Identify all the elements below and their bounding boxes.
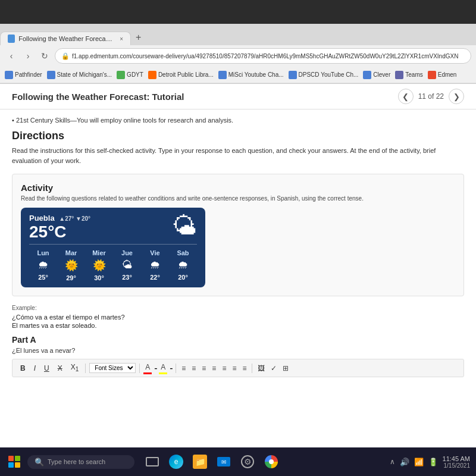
active-tab[interactable]: Following the Weather Forecast: Tutorial…	[0, 32, 131, 45]
bookmark-gdyt[interactable]: GDYT	[117, 71, 143, 79]
taskbar: 🔍 Type here to search e 📁 ✉ ⚙ ∧ 🔊 📶 🔋	[0, 447, 476, 476]
strikethrough-button[interactable]: X	[55, 363, 65, 374]
back-button[interactable]: ‹	[5, 49, 18, 62]
prev-page-button[interactable]: ❮	[398, 89, 414, 104]
mail-button[interactable]: ✉	[215, 453, 232, 470]
table-button[interactable]: ⊞	[281, 363, 290, 374]
highlight-button[interactable]: A	[159, 362, 167, 374]
lock-icon: 🔒	[61, 52, 70, 60]
edmen-favicon	[428, 71, 436, 79]
numbered-list-button[interactable]: ≡	[190, 363, 198, 374]
clock-time: 11:45 AM	[443, 455, 470, 462]
align-right-button[interactable]: ≡	[230, 363, 238, 374]
wifi-icon[interactable]: 📶	[414, 458, 424, 466]
system-tray-expand[interactable]: ∧	[390, 458, 395, 466]
indent-button[interactable]: ≡	[200, 363, 208, 374]
example-question: ¿Cómo va a estar el tiempo el martes?	[12, 314, 464, 321]
align-left-button[interactable]: ≡	[210, 363, 218, 374]
battery-icon[interactable]: 🔋	[428, 458, 438, 466]
tab-close-button[interactable]: ×	[120, 36, 123, 42]
task-view-button[interactable]	[144, 453, 161, 470]
bullet-list-button[interactable]: ≡	[180, 363, 187, 374]
next-page-button[interactable]: ❯	[449, 89, 464, 104]
day-lun-icon: 🌧	[38, 259, 49, 271]
day-mier-temp: 30°	[94, 274, 104, 281]
dpscd-favicon	[289, 71, 297, 79]
new-tab-button[interactable]: +	[131, 30, 146, 45]
task-view-icon	[146, 457, 159, 466]
day-vie-temp: 22°	[150, 274, 160, 281]
example-answer: El martes va a estar soleado.	[12, 322, 464, 329]
day-sab-label: Sab	[177, 249, 189, 256]
weather-day-jue: Jue 🌤 23°	[113, 249, 141, 281]
weather-day-vie: Vie 🌧 22°	[141, 249, 169, 281]
edge-browser-button[interactable]: e	[168, 453, 184, 470]
day-lun-label: Lun	[37, 249, 49, 256]
tab-favicon	[8, 35, 15, 43]
bold-button[interactable]: B	[17, 363, 29, 374]
pathfinder-label: Pathfinder	[15, 71, 42, 78]
day-mar-icon: 🌞	[65, 259, 78, 272]
justify-button[interactable]: ≡	[240, 363, 248, 374]
detroit-favicon	[148, 71, 156, 79]
day-vie-label: Vie	[150, 249, 159, 256]
settings-button[interactable]: ⚙	[239, 453, 256, 470]
mail-icon: ✉	[217, 457, 230, 466]
forward-button[interactable]: ›	[21, 49, 35, 62]
toolbar-separator-1	[85, 364, 86, 373]
chrome-button[interactable]	[263, 453, 280, 470]
font-color-button[interactable]: A	[143, 362, 152, 374]
bookmark-teams[interactable]: Teams	[395, 71, 422, 79]
browser-chrome: Following the Weather Forecast: Tutorial…	[0, 24, 476, 84]
url-text: f1.app.edmentum.com/courseware-delivery/…	[72, 53, 458, 60]
settings-icon: ⚙	[241, 455, 254, 468]
scroll-area[interactable]: • 21st Century Skills—You will employ on…	[0, 109, 476, 476]
day-lun-temp: 25°	[38, 274, 48, 281]
underline-button[interactable]: U	[41, 363, 52, 374]
page-title: Following the Weather Forecast: Tutorial	[12, 92, 184, 102]
address-box[interactable]: 🔒 f1.app.edmentum.com/courseware-deliver…	[55, 48, 471, 64]
toolbar-separator-2	[139, 364, 140, 373]
chrome-icon	[265, 455, 278, 468]
bookmark-edmen[interactable]: Edmen	[428, 71, 457, 79]
toolbar-separator-4	[252, 364, 252, 373]
clever-favicon	[363, 71, 371, 79]
refresh-button[interactable]: ↻	[38, 49, 51, 62]
activity-box: Activity Read the following questions re…	[12, 174, 464, 296]
image-button[interactable]: 🖼	[256, 363, 267, 374]
align-center-button[interactable]: ≡	[220, 363, 228, 374]
gdyt-label: GDYT	[127, 71, 143, 78]
michigan-favicon	[47, 71, 55, 79]
day-jue-icon: 🌤	[122, 259, 133, 271]
weather-widget: Puebla ▲27° ▼20° 25°C 🌤 Lun 🌧 25° Mar	[21, 208, 205, 287]
speaker-icon[interactable]: 🔊	[400, 458, 409, 466]
bookmark-dpscd[interactable]: DPSCD YouTube Ch...	[289, 71, 359, 79]
address-bar-row: ‹ › ↻ 🔒 f1.app.edmentum.com/courseware-d…	[0, 45, 476, 67]
weather-day-lun: Lun 🌧 25°	[29, 249, 57, 281]
weather-left: Puebla ▲27° ▼20° 25°C	[29, 214, 90, 242]
italic-button[interactable]: I	[31, 363, 39, 374]
taskbar-right-area: ∧ 🔊 📶 🔋 11:45 AM 1/15/2021	[390, 455, 470, 469]
weather-temp-main: 25°C	[29, 223, 90, 242]
bookmark-misci[interactable]: MiSci Youtube Cha...	[218, 71, 284, 79]
weather-arrows: ▲27° ▼20°	[59, 215, 90, 222]
weather-day-mar: Mar 🌞 29°	[57, 249, 85, 281]
clock-area: 11:45 AM 1/15/2021	[443, 455, 470, 469]
taskbar-search-box[interactable]: 🔍 Type here to search	[27, 455, 134, 469]
font-sizes-select[interactable]: Font Sizes 8 10 12 14 18 24	[89, 363, 136, 373]
subscript-button[interactable]: X1	[68, 362, 82, 374]
weather-city: Puebla ▲27° ▼20°	[29, 214, 90, 223]
bookmark-pathfinder[interactable]: Pathfinder	[5, 71, 42, 79]
day-sab-temp: 20°	[178, 274, 188, 281]
windows-start-button[interactable]	[6, 453, 23, 470]
check-button[interactable]: ✓	[269, 363, 278, 374]
weather-top-row: Puebla ▲27° ▼20° 25°C 🌤	[29, 214, 197, 242]
taskbar-search-text: Type here to search	[48, 458, 105, 465]
example-label: Example:	[12, 305, 464, 311]
bookmark-detroit[interactable]: Detroit Public Libra...	[148, 71, 214, 79]
gdyt-favicon	[117, 71, 125, 79]
file-explorer-button[interactable]: 📁	[192, 453, 208, 470]
bookmark-clever[interactable]: Clever	[363, 71, 390, 79]
part-a-heading: Part A	[12, 335, 464, 345]
bookmark-michigan[interactable]: State of Michigan's...	[47, 71, 112, 79]
